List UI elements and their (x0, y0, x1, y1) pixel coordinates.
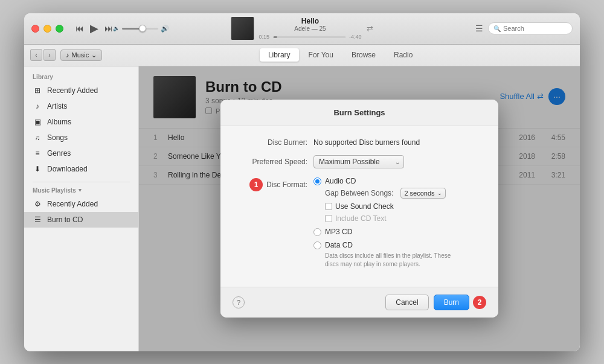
use-sound-check-row[interactable]: Use Sound Check (325, 202, 484, 211)
sidebar-item-burn-to-cd[interactable]: ☰ Burn to CD (24, 212, 138, 228)
data-cd-option[interactable]: Data CD (313, 241, 484, 249)
songs-icon: ♫ (33, 133, 42, 142)
sidebar-item-artists[interactable]: ♪ Artists (24, 98, 138, 114)
progress-fill (273, 36, 277, 38)
content-area: Burn to CD 3 songs • 12 minutes Publish … (139, 66, 580, 351)
sidebar-item-label: Genres (47, 149, 71, 158)
location-dropdown[interactable]: ♪ Music ⌄ (60, 49, 102, 61)
volume-control[interactable]: 🔈 🔊 (113, 25, 169, 33)
sidebar-divider (33, 182, 130, 182)
close-button[interactable] (31, 25, 39, 33)
now-playing: Hello Adele — 25 0:15 -4:40 ⇄ (231, 17, 373, 40)
badge-1: 1 (249, 178, 263, 191)
list-view-button[interactable]: ☰ (475, 24, 483, 33)
use-sound-check-checkbox[interactable] (325, 203, 332, 210)
disc-format-options: Audio CD Gap Between Songs: 2 seconds ⌄ (313, 177, 484, 269)
sidebar-item-albums[interactable]: ▣ Albums (24, 114, 138, 130)
navbar: ‹ › ♪ Music ⌄ Library For You Browse Rad… (24, 45, 580, 66)
data-cd-radio[interactable] (313, 241, 321, 249)
genres-icon: ≡ (33, 148, 42, 158)
library-section-label: Library (24, 74, 138, 80)
mp3-cd-radio[interactable] (313, 228, 321, 236)
back-button[interactable]: ‹ (30, 49, 42, 61)
sidebar-item-label: Burn to CD (47, 216, 83, 224)
downloaded-icon: ⬇ (33, 164, 42, 174)
gap-value: 2 seconds (404, 190, 434, 197)
footer-buttons: Cancel Burn 2 (385, 295, 486, 310)
include-cd-text-row[interactable]: Include CD Text (325, 214, 484, 223)
disc-format-section: 1 Disc Format: Audio CD (235, 177, 484, 269)
tab-radio[interactable]: Radio (385, 48, 421, 62)
help-button[interactable]: ? (233, 296, 245, 308)
tab-browse[interactable]: Browse (343, 48, 384, 62)
burn-button[interactable]: Burn (434, 295, 469, 310)
sidebar-item-label: Artists (47, 102, 67, 110)
audio-cd-option[interactable]: Audio CD (313, 177, 484, 185)
progress-bar[interactable] (273, 36, 345, 38)
preferred-speed-label: Preferred Speed: (235, 158, 313, 166)
data-cd-note: Data discs include all files in the play… (325, 252, 484, 269)
mp3-cd-option[interactable]: MP3 CD (313, 228, 484, 236)
rewind-button[interactable]: ⏮ (76, 24, 84, 33)
now-playing-art (231, 17, 254, 40)
volume-low-icon: 🔈 (113, 25, 120, 31)
gap-arrow-icon: ⌄ (437, 190, 442, 196)
minimize-button[interactable] (43, 25, 51, 33)
nav-tabs: Library For You Browse Radio (260, 48, 421, 62)
search-icon: 🔍 (493, 25, 501, 32)
nav-arrows: ‹ › (30, 49, 56, 61)
modal-title: Burn Settings (220, 100, 498, 126)
albums-icon: ▣ (33, 117, 42, 127)
search-input[interactable] (503, 25, 567, 32)
transport-controls: ⏮ ▶ ⏭ (76, 22, 113, 35)
use-sound-check-label: Use Sound Check (335, 202, 394, 211)
audio-cd-label: Audio CD (325, 177, 356, 185)
tab-foryou[interactable]: For You (300, 48, 342, 62)
preferred-speed-select[interactable]: Maximum Possible ⌄ (313, 155, 404, 168)
music-note-icon: ♪ (66, 51, 69, 59)
recently-added-icon: ⊞ (33, 86, 42, 95)
play-button[interactable]: ▶ (90, 22, 98, 35)
main-window: ⏮ ▶ ⏭ 🔈 🔊 Hello Adele — 25 0:15 (24, 13, 580, 351)
gap-select[interactable]: 2 seconds ⌄ (400, 188, 445, 199)
chevron-down-icon: ▾ (79, 187, 82, 193)
volume-high-icon: 🔊 (161, 25, 169, 33)
include-cd-text-checkbox[interactable] (325, 215, 332, 222)
preferred-speed-value: Maximum Possible (319, 158, 380, 166)
forward-button[interactable]: › (43, 49, 56, 61)
tab-library[interactable]: Library (260, 48, 299, 62)
disc-format-label-col: 1 Disc Format: (235, 177, 313, 191)
volume-track[interactable] (122, 28, 158, 30)
main-content: Library ⊞ Recently Added ♪ Artists ▣ Alb… (24, 66, 580, 351)
sidebar-item-label: Recently Added (47, 200, 98, 208)
audio-cd-radio[interactable] (313, 177, 321, 185)
select-arrow-icon: ⌄ (395, 159, 400, 165)
time-elapsed: 0:15 (259, 34, 269, 40)
sidebar-item-genres[interactable]: ≡ Genres (24, 145, 138, 161)
sidebar-item-recently-added-playlist[interactable]: ⚙ Recently Added (24, 196, 138, 212)
fastforward-button[interactable]: ⏭ (104, 24, 113, 33)
burn-to-cd-icon: ☰ (33, 215, 42, 225)
gap-label: Gap Between Songs: (325, 189, 393, 197)
album-thumbnail (231, 17, 254, 40)
shuffle-icon[interactable]: ⇄ (367, 24, 373, 33)
playlist-recently-added-icon: ⚙ (33, 199, 42, 209)
sidebar-item-label: Albums (47, 118, 71, 126)
cancel-button[interactable]: Cancel (385, 295, 428, 310)
preferred-speed-row: Preferred Speed: Maximum Possible ⌄ (235, 155, 484, 168)
search-box[interactable]: 🔍 (488, 22, 573, 34)
fullscreen-button[interactable] (56, 25, 63, 33)
track-title: Hello (301, 17, 319, 25)
include-cd-text-label: Include CD Text (335, 214, 387, 223)
traffic-lights (31, 25, 63, 33)
sidebar-item-downloaded[interactable]: ⬇ Downloaded (24, 161, 138, 177)
sidebar-item-songs[interactable]: ♫ Songs (24, 130, 138, 145)
time-remaining: -4:40 (349, 34, 362, 40)
volume-thumb[interactable] (139, 25, 146, 32)
track-info: Hello Adele — 25 0:15 -4:40 (259, 17, 361, 40)
playlists-section-label[interactable]: Music Playlists ▾ (24, 187, 138, 194)
gap-between-songs-row: Gap Between Songs: 2 seconds ⌄ (325, 188, 484, 199)
titlebar-right: ☰ 🔍 (475, 22, 573, 34)
sidebar-item-recently-added[interactable]: ⊞ Recently Added (24, 83, 138, 98)
badge-2: 2 (473, 296, 486, 309)
